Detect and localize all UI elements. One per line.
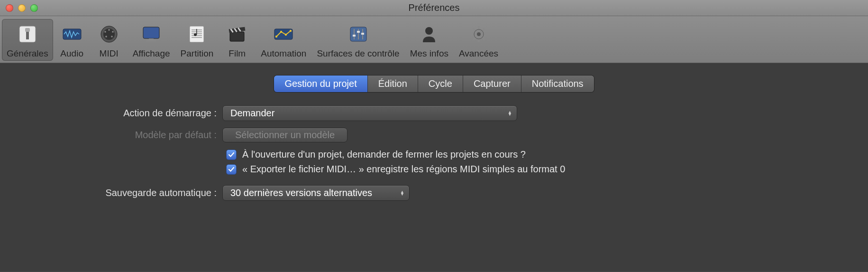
svg-point-7 bbox=[104, 31, 106, 33]
toolbar-item-avancees[interactable]: Avancées bbox=[454, 19, 503, 61]
person-icon bbox=[416, 22, 442, 47]
toolbar: Générales Audio MIDI Affichage Partition… bbox=[0, 16, 868, 63]
toolbar-label: Générales bbox=[7, 48, 48, 59]
toolbar-label: Avancées bbox=[459, 48, 498, 59]
toolbar-item-generales[interactable]: Générales bbox=[2, 19, 53, 61]
switch-icon bbox=[14, 22, 41, 47]
startup-action-select[interactable]: Demander ▲▼ bbox=[222, 105, 517, 121]
svg-rect-21 bbox=[196, 29, 197, 35]
svg-rect-39 bbox=[478, 26, 480, 29]
select-value: Demander bbox=[230, 108, 274, 119]
export-midi-format0-label: « Exporter le fichier MIDI… » enregistre… bbox=[242, 164, 565, 175]
svg-rect-31 bbox=[358, 29, 359, 39]
svg-rect-40 bbox=[478, 39, 480, 42]
toolbar-item-surfaces[interactable]: Surfaces de contrôle bbox=[312, 19, 404, 61]
traffic-lights bbox=[0, 4, 38, 12]
svg-point-28 bbox=[290, 30, 292, 32]
svg-point-26 bbox=[280, 31, 282, 33]
svg-rect-35 bbox=[361, 33, 364, 35]
close-window-button[interactable] bbox=[6, 4, 13, 12]
chevron-updown-icon: ▲▼ bbox=[503, 111, 512, 116]
gear-icon bbox=[466, 22, 492, 47]
toolbar-item-affichage[interactable]: Affichage bbox=[128, 19, 175, 61]
svg-point-38 bbox=[477, 32, 481, 36]
svg-rect-22 bbox=[230, 32, 244, 41]
svg-point-10 bbox=[111, 36, 113, 38]
toolbar-item-partition[interactable]: Partition bbox=[176, 19, 219, 61]
svg-point-36 bbox=[425, 27, 433, 35]
autosave-select[interactable]: 30 dernières versions alternatives ▲▼ bbox=[222, 185, 410, 201]
toolbar-label: Automation bbox=[261, 48, 306, 59]
titlebar: Préférences bbox=[0, 0, 868, 16]
default-template-label: Modèle par défaut : bbox=[7, 130, 222, 141]
svg-point-6 bbox=[108, 29, 110, 31]
svg-rect-41 bbox=[471, 33, 474, 35]
toolbar-item-automation[interactable]: Automation bbox=[256, 19, 311, 61]
ask-close-projects-checkbox[interactable] bbox=[226, 150, 237, 160]
tab-gestion-du-projet[interactable]: Gestion du projet bbox=[274, 75, 367, 92]
toolbar-label: Audio bbox=[60, 48, 83, 59]
svg-point-8 bbox=[112, 31, 114, 33]
svg-point-9 bbox=[105, 36, 107, 38]
toolbar-item-audio[interactable]: Audio bbox=[54, 19, 90, 61]
tab-bar: Gestion du projet Édition Cycle Capturer… bbox=[7, 75, 861, 92]
svg-rect-43 bbox=[482, 28, 485, 31]
svg-rect-11 bbox=[143, 27, 159, 38]
monitor-icon bbox=[138, 22, 164, 47]
svg-rect-45 bbox=[472, 28, 475, 31]
minimize-window-button[interactable] bbox=[18, 4, 26, 12]
toolbar-label: Partition bbox=[181, 48, 214, 59]
svg-rect-44 bbox=[472, 37, 475, 40]
svg-point-25 bbox=[275, 36, 277, 38]
tab-cycle[interactable]: Cycle bbox=[418, 75, 463, 92]
window-title: Préférences bbox=[409, 2, 460, 13]
toolbar-label: Film bbox=[228, 48, 246, 59]
select-value: 30 dernières versions alternatives bbox=[230, 188, 372, 198]
svg-rect-33 bbox=[353, 35, 356, 37]
clapboard-icon bbox=[224, 22, 250, 47]
chevron-updown-icon: ▲▼ bbox=[395, 191, 404, 196]
zoom-window-button[interactable] bbox=[30, 4, 38, 12]
midi-port-icon bbox=[96, 22, 122, 47]
toolbar-label: Affichage bbox=[133, 48, 170, 59]
svg-rect-12 bbox=[149, 38, 154, 40]
toolbar-item-mesinfos[interactable]: Mes infos bbox=[405, 19, 453, 61]
toolbar-item-midi[interactable]: MIDI bbox=[91, 19, 127, 61]
select-template-button[interactable]: Sélectionner un modèle bbox=[222, 128, 347, 142]
score-icon bbox=[183, 22, 210, 47]
check-icon bbox=[228, 151, 235, 159]
export-midi-format0-checkbox[interactable] bbox=[226, 164, 237, 175]
svg-rect-2 bbox=[25, 28, 30, 32]
autosave-label: Sauvegarde automatique : bbox=[7, 188, 222, 198]
svg-point-27 bbox=[285, 34, 287, 36]
svg-rect-34 bbox=[357, 31, 360, 33]
toolbar-item-film[interactable]: Film bbox=[219, 19, 255, 61]
svg-rect-3 bbox=[63, 29, 81, 39]
toolbar-label: Mes infos bbox=[410, 48, 448, 59]
svg-rect-42 bbox=[484, 33, 487, 35]
toolbar-label: Surfaces de contrôle bbox=[317, 48, 399, 59]
ask-close-projects-label: À l'ouverture d'un projet, demander de f… bbox=[242, 149, 526, 160]
tab-notifications[interactable]: Notifications bbox=[521, 75, 594, 92]
tab-edition[interactable]: Édition bbox=[367, 75, 418, 92]
faders-icon bbox=[345, 22, 372, 47]
content-pane: Gestion du projet Édition Cycle Capturer… bbox=[0, 63, 868, 272]
waveform-icon bbox=[59, 22, 85, 47]
startup-action-label: Action de démarrage : bbox=[7, 108, 222, 119]
tab-capturer[interactable]: Capturer bbox=[463, 75, 521, 92]
check-icon bbox=[228, 166, 235, 173]
svg-rect-13 bbox=[146, 40, 156, 41]
automation-icon bbox=[270, 22, 297, 47]
toolbar-label: MIDI bbox=[100, 48, 119, 59]
svg-rect-30 bbox=[354, 29, 355, 39]
svg-rect-46 bbox=[482, 37, 485, 40]
